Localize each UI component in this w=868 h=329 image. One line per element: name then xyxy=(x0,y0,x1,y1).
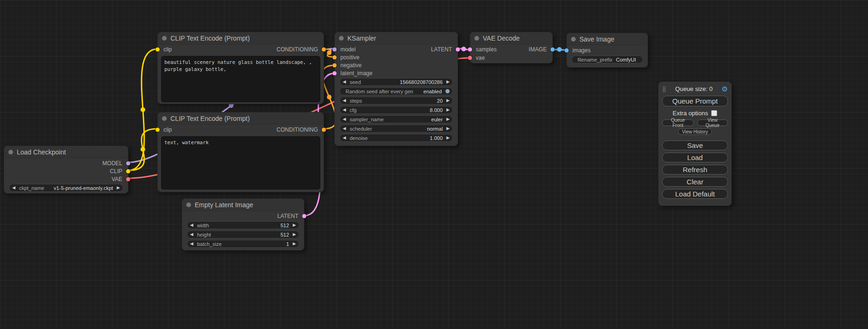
collapse-dot[interactable] xyxy=(571,37,576,42)
decrement-arrow-icon[interactable]: ◀ xyxy=(343,108,346,112)
queue-prompt-button[interactable]: Queue Prompt xyxy=(662,96,728,106)
input-label-positive: positive xyxy=(340,54,360,61)
increment-arrow-icon[interactable]: ▶ xyxy=(446,136,450,140)
node-save-image[interactable]: Save Image images filename_prefix ComfyU… xyxy=(566,33,648,68)
collapse-dot[interactable] xyxy=(339,36,344,41)
prev-value-arrow-icon[interactable]: ◀ xyxy=(343,126,346,131)
output-label-image: IMAGE xyxy=(529,46,547,53)
node-title: KSampler xyxy=(347,35,376,42)
decrement-arrow-icon[interactable]: ◀ xyxy=(190,242,193,246)
node-title: Load Checkpoint xyxy=(17,148,66,156)
increment-arrow-icon[interactable]: ▶ xyxy=(446,80,450,84)
widget-denoise[interactable]: ◀ denoise 1.000 ▶ xyxy=(339,134,453,142)
collapse-dot[interactable] xyxy=(474,36,479,41)
queue-front-button[interactable]: Queue Front xyxy=(662,119,694,126)
output-port-clip[interactable] xyxy=(126,169,130,173)
output-port-conditioning[interactable] xyxy=(322,128,326,132)
node-title-bar[interactable]: CLIP Text Encode (Prompt) xyxy=(158,32,324,44)
increment-arrow-icon[interactable]: ▶ xyxy=(446,108,450,112)
widget-label: ckpt_name xyxy=(19,185,54,191)
node-title-bar[interactable]: Save Image xyxy=(567,33,648,45)
input-port-vae[interactable] xyxy=(468,56,472,60)
widget-label: filename_prefix xyxy=(578,57,616,63)
node-title-bar[interactable]: CLIP Text Encode (Prompt) xyxy=(158,112,324,125)
load-button[interactable]: Load xyxy=(662,153,728,162)
widget-label: scheduler xyxy=(350,126,427,132)
widget-value: 156680208700286 xyxy=(400,79,443,85)
increment-arrow-icon[interactable]: ▶ xyxy=(446,98,450,103)
extra-options-checkbox[interactable] xyxy=(711,110,717,116)
node-title-bar[interactable]: Empty Latent Image xyxy=(182,199,304,211)
node-ksampler[interactable]: KSampler model LATENT positive negative … xyxy=(334,32,458,146)
output-port-conditioning[interactable] xyxy=(322,48,326,52)
increment-arrow-icon[interactable]: ▶ xyxy=(293,223,296,227)
widget-cfg[interactable]: ◀ cfg 8.000 ▶ xyxy=(339,106,453,114)
input-port-clip[interactable] xyxy=(155,48,160,52)
view-history-button[interactable]: View History xyxy=(678,128,712,135)
next-value-arrow-icon[interactable]: ▶ xyxy=(446,117,450,121)
input-port-positive[interactable] xyxy=(332,55,337,59)
node-title-bar[interactable]: KSampler xyxy=(335,32,458,44)
output-label-model: MODEL xyxy=(102,160,122,167)
prev-value-arrow-icon[interactable]: ◀ xyxy=(12,186,15,190)
widget-sampler-name[interactable]: ◀ sampler_name euler ▶ xyxy=(339,115,453,123)
decrement-arrow-icon[interactable]: ◀ xyxy=(343,80,346,84)
increment-arrow-icon[interactable]: ▶ xyxy=(293,232,296,237)
view-queue-button[interactable]: View Queue xyxy=(697,119,728,126)
decrement-arrow-icon[interactable]: ◀ xyxy=(343,98,346,103)
node-clip-text-encode-negative[interactable]: CLIP Text Encode (Prompt) clip CONDITION… xyxy=(157,112,324,192)
widget-width[interactable]: ◀ width 512 ▶ xyxy=(187,221,299,229)
output-port-model[interactable] xyxy=(126,161,130,165)
collapse-dot[interactable] xyxy=(162,36,167,41)
decrement-arrow-icon[interactable]: ◀ xyxy=(190,232,193,237)
decrement-arrow-icon[interactable]: ◀ xyxy=(343,136,346,140)
widget-steps[interactable]: ◀ steps 20 ▶ xyxy=(339,97,453,105)
node-title-bar[interactable]: Load Checkpoint xyxy=(4,146,128,158)
input-port-samples[interactable] xyxy=(468,48,472,52)
widget-value: 512 xyxy=(281,232,289,238)
widget-batch-size[interactable]: ◀ batch_size 1 ▶ xyxy=(187,240,299,248)
input-port-negative[interactable] xyxy=(332,63,337,67)
widget-height[interactable]: ◀ height 512 ▶ xyxy=(187,231,299,238)
node-graph-canvas[interactable]: Load Checkpoint MODEL CLIP VAE ◀ ckpt_na… xyxy=(0,0,868,329)
link-midpoint-dot xyxy=(327,50,332,55)
widget-value: 1 xyxy=(286,241,289,247)
node-vae-decode[interactable]: VAE Decode samples IMAGE vae xyxy=(470,32,553,63)
widget-label: height xyxy=(197,232,281,238)
node-empty-latent-image[interactable]: Empty Latent Image LATENT ◀ width 512 ▶ … xyxy=(182,198,304,251)
node-clip-text-encode-positive[interactable]: CLIP Text Encode (Prompt) clip CONDITION… xyxy=(157,32,324,104)
input-port-latent-image[interactable] xyxy=(332,71,337,75)
toggle-knob[interactable] xyxy=(445,89,450,93)
widget-scheduler[interactable]: ◀ scheduler normal ▶ xyxy=(339,125,453,133)
input-port-images[interactable] xyxy=(565,49,569,53)
collapse-dot[interactable] xyxy=(186,203,191,207)
node-title-bar[interactable]: VAE Decode xyxy=(470,32,552,44)
load-default-button[interactable]: Load Default xyxy=(662,189,728,199)
prompt-text-input[interactable]: text, watermark xyxy=(161,136,320,189)
drag-handle-icon[interactable]: ⣿ xyxy=(662,86,666,92)
output-port-latent[interactable] xyxy=(302,214,306,218)
next-value-arrow-icon[interactable]: ▶ xyxy=(117,186,120,190)
widget-seed[interactable]: ◀ seed 156680208700286 ▶ xyxy=(339,78,453,86)
widget-ckpt-name[interactable]: ◀ ckpt_name v1-5-pruned-emaonly.ckpt ▶ xyxy=(9,184,123,192)
input-port-clip[interactable] xyxy=(155,128,160,132)
output-port-latent[interactable] xyxy=(456,47,460,51)
node-load-checkpoint[interactable]: Load Checkpoint MODEL CLIP VAE ◀ ckpt_na… xyxy=(4,146,128,194)
prompt-text-input[interactable]: beautiful scenery nature glass bottle la… xyxy=(161,56,320,102)
output-port-image[interactable] xyxy=(550,48,555,52)
increment-arrow-icon[interactable]: ▶ xyxy=(293,242,296,246)
widget-value: euler xyxy=(431,117,443,122)
decrement-arrow-icon[interactable]: ◀ xyxy=(190,223,193,227)
output-port-vae[interactable] xyxy=(126,177,130,181)
next-value-arrow-icon[interactable]: ▶ xyxy=(446,126,450,131)
widget-random-seed-toggle[interactable]: Random seed after every gen enabled xyxy=(339,87,453,95)
input-port-model[interactable] xyxy=(332,47,337,51)
refresh-button[interactable]: Refresh xyxy=(662,165,728,175)
widget-filename-prefix[interactable]: filename_prefix ComfyUI xyxy=(572,56,643,63)
clear-button[interactable]: Clear xyxy=(662,177,728,187)
save-button[interactable]: Save xyxy=(662,140,728,150)
collapse-dot[interactable] xyxy=(162,116,167,121)
collapse-dot[interactable] xyxy=(8,150,13,154)
prev-value-arrow-icon[interactable]: ◀ xyxy=(343,117,346,121)
settings-gear-icon[interactable]: ⚙ xyxy=(722,85,728,92)
